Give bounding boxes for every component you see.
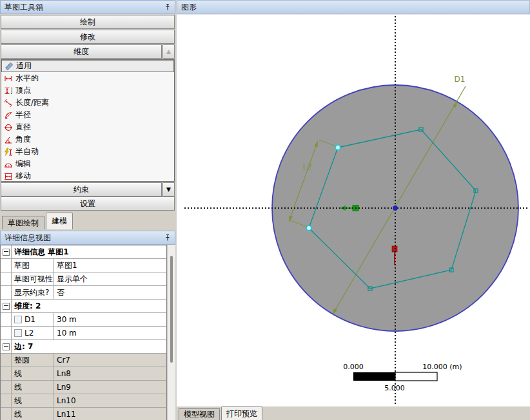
tool-item-radius[interactable]: 半径: [1, 109, 174, 121]
details-property-row[interactable]: 草图草图1: [1, 259, 167, 272]
property-value-cell[interactable]: Ln11: [54, 408, 166, 420]
details-view-title: 详细信息视图: [5, 233, 163, 243]
details-property-row[interactable]: 草图可视性显示单个: [1, 272, 167, 286]
settings-group-button[interactable]: 设置: [1, 196, 175, 211]
modify-group-button[interactable]: 修改: [1, 30, 175, 44]
tool-item-label: 水平的: [15, 73, 39, 84]
property-value-cell[interactable]: 否: [54, 286, 166, 299]
details-section-row[interactable]: 维度: 2: [1, 300, 167, 313]
tab-label: 模型视图: [184, 409, 215, 420]
sketching-modeling-tabstrip: 草图绘制建模: [0, 211, 175, 229]
tool-item-diameter[interactable]: 直径: [1, 121, 174, 133]
details-property-row[interactable]: 线Ln9: [1, 381, 167, 394]
row-gutter: [1, 272, 12, 285]
property-value: Ln11: [57, 410, 76, 419]
tool-item-vertex[interactable]: 顶点: [1, 84, 174, 97]
scroll-down-button[interactable]: ▼: [162, 182, 175, 196]
details-scrollbar[interactable]: [167, 245, 175, 420]
details-property-row[interactable]: 线Ln8: [1, 367, 167, 381]
collapse-icon[interactable]: [3, 343, 10, 350]
dimension-checkbox[interactable]: [14, 329, 22, 337]
tab-view-1[interactable]: 模型视图: [179, 408, 220, 420]
settings-group-label: 设置: [80, 198, 95, 209]
tool-item-angle[interactable]: 角度: [1, 133, 174, 146]
pin-icon[interactable]: [163, 3, 172, 12]
horizontal-dimension-icon: [3, 73, 13, 83]
draw-group-label: 绘制: [80, 17, 95, 28]
property-value-cell[interactable]: Ln9: [54, 381, 166, 394]
sketch-scene[interactable]: D1L20.00010.000 (m)5.000: [177, 15, 530, 406]
details-property-row[interactable]: D130 m: [1, 313, 167, 327]
property-value-cell[interactable]: 显示单个: [54, 272, 166, 285]
details-property-row[interactable]: 线Ln10: [1, 394, 167, 408]
details-property-row[interactable]: L210 m: [1, 327, 167, 340]
property-label: 线: [14, 396, 22, 406]
origin-point[interactable]: [393, 206, 398, 211]
property-value: 30 m: [57, 315, 77, 324]
vertex-dimension-icon: [3, 86, 13, 95]
details-property-row[interactable]: 线Ln11: [1, 408, 167, 420]
scroll-up-button[interactable]: ▲: [162, 44, 175, 59]
pin-icon[interactable]: [163, 233, 172, 242]
tool-item-semi-automatic[interactable]: 半自动: [1, 146, 174, 158]
property-value-cell[interactable]: Ln8: [54, 367, 166, 380]
property-value: 显示单个: [57, 274, 88, 285]
tool-item-move[interactable]: 移动: [1, 170, 174, 182]
row-gutter: [1, 381, 12, 394]
property-value: Ln10: [57, 396, 76, 405]
details-view-panel: 详细信息视图 详细信息 草图1草图草图1草图可视性显示单个显示约束?否维度: 2…: [0, 231, 175, 420]
draw-group-button[interactable]: 绘制: [1, 15, 175, 29]
property-value: 草图1: [57, 260, 77, 271]
property-label: D1: [25, 315, 35, 324]
general-dimension-icon: [4, 61, 14, 71]
graphics-pane: 图形 D1L20.00010.000 (m)5.000 模型视图打印预览: [177, 0, 530, 420]
property-label: 草图可视性: [14, 274, 53, 285]
details-scrollbar-thumb[interactable]: [170, 256, 173, 363]
length-distance-dimension-icon: [3, 98, 13, 108]
property-value-cell[interactable]: 30 m: [54, 313, 166, 326]
property-value-cell[interactable]: Ln10: [54, 394, 166, 407]
view-tabstrip: 模型视图打印预览: [177, 406, 530, 420]
details-property-row[interactable]: 显示约束?否: [1, 286, 167, 300]
details-view-header: 详细信息视图: [0, 231, 175, 245]
hexagon-vertex-highlighted[interactable]: [306, 225, 311, 230]
property-label-cell: 整圆: [12, 354, 54, 367]
property-label: 整圆: [14, 355, 30, 366]
dimension-d1-label[interactable]: D1: [455, 75, 466, 84]
details-property-row[interactable]: 整圆Cr7: [1, 354, 167, 367]
collapse-icon[interactable]: [3, 303, 10, 310]
property-label-cell: 线: [12, 381, 54, 394]
dimension-checkbox[interactable]: [14, 316, 22, 323]
sketch-toolbox-title: 草图工具箱: [5, 2, 163, 13]
row-gutter: [1, 300, 12, 312]
tab-sketching-modeling-2[interactable]: 建模: [46, 213, 73, 229]
property-value: Ln9: [57, 383, 71, 392]
graphics-header: 图形: [177, 0, 530, 14]
tool-item-horizontal[interactable]: 水平的: [1, 72, 174, 84]
details-section-row[interactable]: 边: 7: [1, 340, 167, 354]
hexagon-vertex-highlighted[interactable]: [335, 145, 340, 149]
graphics-canvas[interactable]: D1L20.00010.000 (m)5.000: [177, 14, 530, 406]
angle-dimension-icon: [3, 135, 13, 144]
collapse-icon[interactable]: [3, 249, 10, 256]
tool-item-general[interactable]: 通用: [1, 60, 174, 72]
details-table: 详细信息 草图1草图草图1草图可视性显示单个显示约束?否维度: 2D130 mL…: [0, 245, 167, 420]
property-value-cell[interactable]: 草图1: [54, 259, 166, 272]
graphics-title: 图形: [181, 2, 527, 13]
property-label: L2: [25, 329, 34, 338]
tool-item-edit[interactable]: 编辑: [1, 158, 174, 170]
dimensions-group-button[interactable]: 维度: [1, 44, 162, 59]
details-section-row[interactable]: 详细信息 草图1: [1, 245, 167, 259]
tool-item-length-distance[interactable]: 长度/距离: [1, 97, 174, 109]
row-gutter: [1, 286, 12, 299]
dimension-l2-label[interactable]: L2: [303, 162, 312, 171]
diameter-dimension-icon: [3, 122, 13, 132]
tab-sketching-modeling-1[interactable]: 草图绘制: [2, 216, 44, 229]
constraints-group-button[interactable]: 约束: [1, 182, 162, 196]
row-gutter: [1, 327, 12, 339]
property-value-cell[interactable]: 10 m: [54, 327, 166, 339]
property-label-cell: 显示约束?: [12, 286, 54, 299]
dimension-tool-list: 通用水平的顶点长度/距离半径直径角度半自动编辑移动: [1, 59, 175, 182]
property-value-cell[interactable]: Cr7: [54, 354, 166, 367]
tab-view-2[interactable]: 打印预览: [221, 406, 262, 420]
